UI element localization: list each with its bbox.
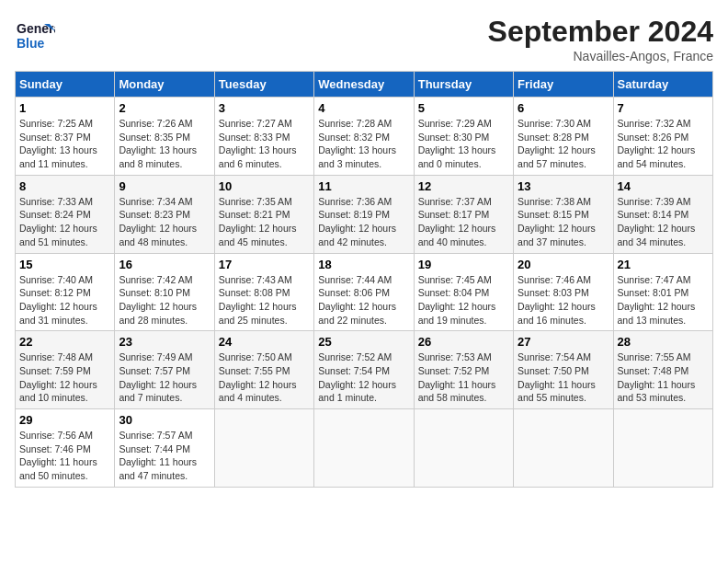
- day-number: 29: [19, 413, 110, 427]
- day-number: 19: [418, 258, 509, 271]
- location-subtitle: Navailles-Angos, France: [488, 49, 713, 63]
- day-cell: 18 Sunrise: 7:44 AM Sunset: 8:06 PM Dayl…: [314, 253, 414, 331]
- week-row-5: 29 Sunrise: 7:56 AM Sunset: 7:46 PM Dayl…: [16, 409, 713, 488]
- day-info: Sunrise: 7:35 AM Sunset: 8:21 PM Dayligh…: [219, 195, 310, 249]
- sunset-label: Sunset: 8:06 PM: [318, 287, 390, 298]
- day-number: 15: [19, 258, 110, 271]
- daylight-label: Daylight: 12 hours and 25 minutes.: [219, 301, 297, 326]
- header-cell-wednesday: Wednesday: [314, 72, 414, 98]
- day-info: Sunrise: 7:27 AM Sunset: 8:33 PM Dayligh…: [219, 117, 310, 171]
- title-section: September 2024 Navailles-Angos, France: [488, 15, 713, 63]
- sunset-label: Sunset: 8:35 PM: [119, 132, 190, 143]
- day-info: Sunrise: 7:42 AM Sunset: 8:10 PM Dayligh…: [119, 273, 210, 327]
- page-header: General Blue September 2024 Navailles-An…: [15, 15, 713, 63]
- daylight-label: Daylight: 12 hours and 10 minutes.: [19, 379, 97, 404]
- sunset-label: Sunset: 8:32 PM: [318, 132, 390, 143]
- sunset-label: Sunset: 7:52 PM: [418, 365, 490, 376]
- day-number: 7: [618, 101, 709, 115]
- daylight-label: Daylight: 12 hours and 34 minutes.: [618, 223, 696, 247]
- sunrise-label: Sunrise: 7:28 AM: [318, 118, 392, 129]
- header-cell-sunday: Sunday: [16, 72, 115, 98]
- day-cell: [514, 409, 613, 488]
- day-info: Sunrise: 7:50 AM Sunset: 7:55 PM Dayligh…: [219, 350, 310, 405]
- day-number: 24: [219, 335, 310, 349]
- sunrise-label: Sunrise: 7:55 AM: [618, 351, 691, 362]
- daylight-label: Daylight: 13 hours and 0 minutes.: [418, 144, 496, 169]
- day-info: Sunrise: 7:55 AM Sunset: 7:48 PM Dayligh…: [618, 350, 709, 405]
- day-number: 10: [219, 179, 310, 193]
- day-cell: 29 Sunrise: 7:56 AM Sunset: 7:46 PM Dayl…: [16, 409, 115, 488]
- sunset-label: Sunset: 8:08 PM: [219, 287, 290, 298]
- day-number: 22: [19, 335, 110, 349]
- sunset-label: Sunset: 8:26 PM: [618, 132, 689, 143]
- daylight-label: Daylight: 12 hours and 4 minutes.: [219, 379, 297, 404]
- sunset-label: Sunset: 8:37 PM: [19, 132, 91, 143]
- daylight-label: Daylight: 13 hours and 3 minutes.: [318, 144, 396, 169]
- week-row-3: 15 Sunrise: 7:40 AM Sunset: 8:12 PM Dayl…: [16, 253, 713, 331]
- sunrise-label: Sunrise: 7:45 AM: [418, 274, 492, 285]
- sunrise-label: Sunrise: 7:37 AM: [418, 196, 492, 207]
- day-info: Sunrise: 7:47 AM Sunset: 8:01 PM Dayligh…: [618, 273, 709, 327]
- daylight-label: Daylight: 12 hours and 37 minutes.: [518, 223, 596, 247]
- day-number: 27: [518, 335, 609, 349]
- svg-text:Blue: Blue: [17, 36, 45, 51]
- daylight-label: Daylight: 11 hours and 47 minutes.: [119, 456, 197, 481]
- sunrise-label: Sunrise: 7:50 AM: [219, 351, 292, 362]
- day-number: 21: [618, 258, 709, 271]
- day-info: Sunrise: 7:49 AM Sunset: 7:57 PM Dayligh…: [119, 350, 210, 405]
- day-cell: 17 Sunrise: 7:43 AM Sunset: 8:08 PM Dayl…: [214, 253, 313, 331]
- day-cell: 15 Sunrise: 7:40 AM Sunset: 8:12 PM Dayl…: [16, 253, 115, 331]
- day-cell: 28 Sunrise: 7:55 AM Sunset: 7:48 PM Dayl…: [613, 331, 712, 409]
- sunrise-label: Sunrise: 7:27 AM: [219, 118, 292, 129]
- sunset-label: Sunset: 8:28 PM: [518, 132, 589, 143]
- week-row-2: 8 Sunrise: 7:33 AM Sunset: 8:24 PM Dayli…: [16, 175, 713, 253]
- day-number: 23: [119, 335, 210, 349]
- day-number: 14: [618, 179, 709, 193]
- sunrise-label: Sunrise: 7:42 AM: [119, 274, 192, 285]
- day-info: Sunrise: 7:44 AM Sunset: 8:06 PM Dayligh…: [318, 273, 409, 327]
- header-cell-saturday: Saturday: [613, 72, 712, 98]
- day-number: 28: [618, 335, 709, 349]
- sunset-label: Sunset: 8:19 PM: [318, 209, 390, 220]
- day-cell: [613, 409, 712, 488]
- sunrise-label: Sunrise: 7:36 AM: [318, 196, 392, 207]
- sunset-label: Sunset: 8:14 PM: [618, 209, 689, 220]
- day-cell: 6 Sunrise: 7:30 AM Sunset: 8:28 PM Dayli…: [514, 98, 613, 176]
- daylight-label: Daylight: 12 hours and 40 minutes.: [418, 223, 496, 247]
- day-number: 9: [119, 179, 210, 193]
- daylight-label: Daylight: 12 hours and 51 minutes.: [19, 223, 97, 247]
- sunset-label: Sunset: 8:03 PM: [518, 287, 589, 298]
- day-number: 17: [219, 258, 310, 271]
- day-number: 20: [518, 258, 609, 271]
- header-cell-friday: Friday: [514, 72, 613, 98]
- calendar-header: SundayMondayTuesdayWednesdayThursdayFrid…: [16, 72, 713, 98]
- daylight-label: Daylight: 13 hours and 6 minutes.: [219, 144, 297, 169]
- sunrise-label: Sunrise: 7:30 AM: [518, 118, 591, 129]
- calendar-body: 1 Sunrise: 7:25 AM Sunset: 8:37 PM Dayli…: [16, 98, 713, 488]
- day-cell: 25 Sunrise: 7:52 AM Sunset: 7:54 PM Dayl…: [314, 331, 414, 409]
- day-cell: 19 Sunrise: 7:45 AM Sunset: 8:04 PM Dayl…: [414, 253, 513, 331]
- day-cell: 26 Sunrise: 7:53 AM Sunset: 7:52 PM Dayl…: [414, 331, 513, 409]
- daylight-label: Daylight: 12 hours and 42 minutes.: [318, 223, 396, 247]
- day-info: Sunrise: 7:46 AM Sunset: 8:03 PM Dayligh…: [518, 273, 609, 327]
- daylight-label: Daylight: 13 hours and 8 minutes.: [119, 144, 197, 169]
- svg-text:General: General: [17, 21, 55, 36]
- day-info: Sunrise: 7:32 AM Sunset: 8:26 PM Dayligh…: [618, 117, 709, 171]
- day-number: 4: [318, 101, 409, 115]
- daylight-label: Daylight: 12 hours and 28 minutes.: [119, 301, 197, 326]
- sunset-label: Sunset: 8:24 PM: [19, 209, 91, 220]
- sunrise-label: Sunrise: 7:34 AM: [119, 196, 192, 207]
- day-info: Sunrise: 7:37 AM Sunset: 8:17 PM Dayligh…: [418, 195, 509, 249]
- sunrise-label: Sunrise: 7:49 AM: [119, 351, 192, 362]
- day-info: Sunrise: 7:34 AM Sunset: 8:23 PM Dayligh…: [119, 195, 210, 249]
- logo-icon: General Blue: [15, 15, 55, 55]
- header-cell-tuesday: Tuesday: [214, 72, 313, 98]
- day-cell: 30 Sunrise: 7:57 AM Sunset: 7:44 PM Dayl…: [115, 409, 214, 488]
- day-number: 8: [19, 179, 110, 193]
- daylight-label: Daylight: 12 hours and 13 minutes.: [618, 301, 696, 326]
- sunset-label: Sunset: 7:55 PM: [219, 365, 290, 376]
- day-cell: 11 Sunrise: 7:36 AM Sunset: 8:19 PM Dayl…: [314, 175, 414, 253]
- sunrise-label: Sunrise: 7:47 AM: [618, 274, 691, 285]
- sunset-label: Sunset: 8:23 PM: [119, 209, 190, 220]
- day-info: Sunrise: 7:53 AM Sunset: 7:52 PM Dayligh…: [418, 350, 509, 405]
